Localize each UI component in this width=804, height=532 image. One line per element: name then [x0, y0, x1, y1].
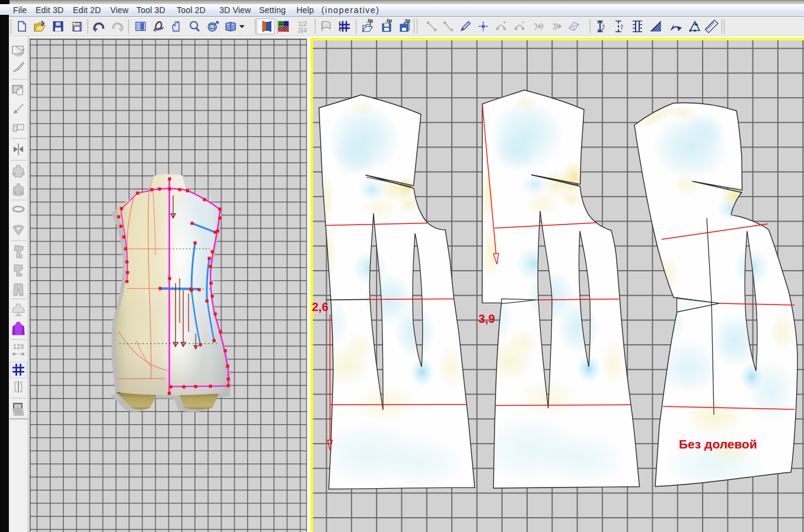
svg-text:3,9: 3,9: [478, 312, 495, 325]
svg-text:3|4: 3|4: [298, 27, 307, 34]
svg-text:.tp: .tp: [385, 18, 392, 24]
svg-text:.tp: .tp: [366, 18, 373, 24]
svg-text:Без долевой: Без долевой: [679, 437, 757, 451]
svg-text:2,6: 2,6: [312, 300, 328, 313]
svg-text:123: 123: [13, 343, 24, 350]
